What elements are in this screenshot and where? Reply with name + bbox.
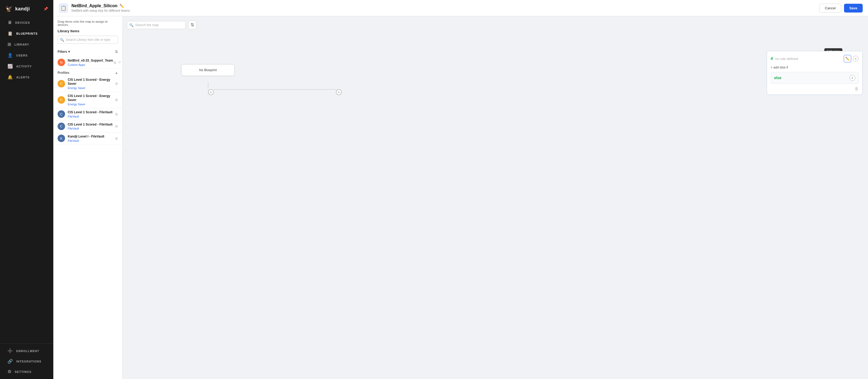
list-item[interactable]: N NetBird_v0.33_Support_Team Custom Apps… <box>53 57 122 69</box>
sidebar-item-activity[interactable]: 📈 ACTIVITY <box>2 61 51 71</box>
item-icon: C <box>58 123 65 130</box>
item-name: CIS Level 1 Scored - FileVault <box>68 110 113 115</box>
devices-icon: 🖥 <box>7 20 12 25</box>
canvas-area: 🔍 ⇅ his Blueprint + + Edit rules <box>123 16 868 379</box>
item-type: FileVault <box>68 127 113 130</box>
item-icon: N <box>58 59 65 66</box>
sidebar-item-label: USERS <box>16 54 28 57</box>
rules-panel: If no rule defined ✏️ + + add else if el… <box>767 51 863 95</box>
sidebar-logo: 🦅 kandji 📌 <box>0 0 53 17</box>
delete-rule-button[interactable]: 🗑 <box>855 86 859 91</box>
item-icon: C <box>58 80 65 87</box>
library-list: N NetBird_v0.33_Support_Team Custom Apps… <box>53 56 122 146</box>
filters-row: Filters ▾ ⇅ <box>53 49 122 56</box>
connector-h-line <box>214 89 336 90</box>
header-actions: Cancel Save <box>819 4 863 12</box>
sidebar-item-users[interactable]: 👤 USERS <box>2 50 51 61</box>
list-item[interactable]: C CIS Level 1 Scored - Energy Saver Ener… <box>53 92 122 108</box>
refresh-icon: ↺ <box>118 61 121 64</box>
edit-rule-button[interactable]: ✏️ <box>844 55 851 62</box>
pin-icon: 📌 <box>43 7 48 11</box>
library-search-input[interactable] <box>58 36 118 44</box>
sidebar-bottom: ➕ ENROLLMENT 🔗 INTEGRATIONS ⚙ SETTINGS <box>0 343 53 379</box>
item-name: CIS Level 1 Scored - Energy Saver <box>68 78 115 86</box>
item-type: FileVault <box>68 139 104 142</box>
sidebar-item-blueprints[interactable]: 📋 BLUEPRINTS <box>2 28 51 39</box>
blueprint-node: his Blueprint <box>181 64 235 76</box>
integrations-icon: 🔗 <box>7 359 13 364</box>
left-panel-header: Drag items onto the map to assign to dev… <box>53 16 122 49</box>
sidebar-nav: 🖥 DEVICES 📋 BLUEPRINTS ⊞ LIBRARY 👤 USERS… <box>0 17 53 343</box>
blueprint-icon-box: 📋 <box>59 3 68 13</box>
content-area: Drag items onto the map to assign to dev… <box>53 16 868 379</box>
library-search-box: 🔍 <box>58 36 118 44</box>
item-name: Kandji Level I - FileVault <box>68 135 104 139</box>
collapse-profiles-icon[interactable]: ▲ <box>115 71 118 75</box>
monitor-icon: 🖥 <box>115 136 118 140</box>
list-item[interactable]: C CIS Level 1 Scored - Energy Saver Ener… <box>53 76 122 92</box>
list-item[interactable]: K Kandji Level I - FileVault FileVault 🖥 <box>53 132 122 145</box>
monitor-icon: 🖥 <box>115 112 118 116</box>
monitor-icon: 🖥 <box>115 82 118 86</box>
list-item[interactable]: C CIS Level 1 Scored - FileVault FileVau… <box>53 108 122 121</box>
canvas-sort-icon[interactable]: ⇅ <box>188 21 196 29</box>
sidebar-item-library[interactable]: ⊞ LIBRARY <box>2 39 51 50</box>
library-icon: ⊞ <box>7 42 11 47</box>
sidebar-item-label: ENROLLMENT <box>16 349 39 353</box>
sidebar-item-enrollment[interactable]: ➕ ENROLLMENT <box>2 346 51 356</box>
sidebar-item-integrations[interactable]: 🔗 INTEGRATIONS <box>2 356 51 367</box>
sidebar-item-label: LIBRARY <box>14 43 29 46</box>
edit-title-icon[interactable]: ✏️ <box>119 4 124 8</box>
kandji-logo-text: kandji <box>15 6 30 12</box>
drag-hint: Drag items onto the map to assign to dev… <box>58 20 118 26</box>
sidebar-item-label: INTEGRATIONS <box>16 360 41 363</box>
save-button[interactable]: Save <box>844 4 863 12</box>
sidebar-item-devices[interactable]: 🖥 DEVICES <box>2 18 51 28</box>
activity-icon: 📈 <box>7 64 13 69</box>
rule-if-row: If no rule defined ✏️ + <box>771 55 859 62</box>
monitor-icon: 🖥 <box>115 98 118 102</box>
item-icon: C <box>58 110 65 118</box>
cancel-button[interactable]: Cancel <box>819 4 841 12</box>
left-panel: Drag items onto the map to assign to dev… <box>53 16 123 379</box>
main-area: 📋 NetBird_Apple_Silicon ✏️ NetBird with … <box>53 0 868 379</box>
library-title: Library Items <box>58 29 118 33</box>
library-search-icon: 🔍 <box>60 38 64 42</box>
profiles-label: Profiles <box>58 71 69 75</box>
filters-button[interactable]: Filters ▾ <box>58 50 70 54</box>
add-rule-button[interactable]: + <box>853 56 859 62</box>
item-icon: C <box>58 96 65 104</box>
item-icon: K <box>58 135 65 142</box>
no-rule-text: no rule defined <box>775 57 798 61</box>
sidebar-item-label: ACTIVITY <box>16 65 32 68</box>
else-keyword: else <box>774 76 781 80</box>
add-else-button[interactable]: + <box>849 75 855 81</box>
monitor-icon: 🖥 <box>113 61 117 64</box>
blueprint-node-text: his Blueprint <box>199 68 217 72</box>
canvas-search-input[interactable] <box>127 21 186 29</box>
add-else-if-button[interactable]: + add else if <box>771 66 859 69</box>
if-keyword: If <box>771 57 773 61</box>
sort-icon[interactable]: ⇅ <box>115 50 118 54</box>
item-name: NetBird_v0.33_Support_Team <box>68 59 113 63</box>
header: 📋 NetBird_Apple_Silicon ✏️ NetBird with … <box>53 0 868 16</box>
sidebar-item-label: ALERTS <box>16 76 30 79</box>
settings-icon: ⚙ <box>7 369 11 374</box>
item-type: FileVault <box>68 115 113 118</box>
list-item[interactable]: C CIS Level 1 Scored - FileVault FileVau… <box>53 121 122 133</box>
item-type: Energy Saver <box>68 86 115 90</box>
item-type: Energy Saver <box>68 103 115 106</box>
item-type: Custom Apps <box>68 63 113 66</box>
rule-else-row: else + <box>771 72 859 84</box>
sidebar-item-settings[interactable]: ⚙ SETTINGS <box>2 367 51 377</box>
blueprints-icon: 📋 <box>7 31 13 36</box>
item-name: CIS Level 1 Scored - Energy Saver <box>68 94 115 102</box>
plus-connector-node[interactable]: + <box>208 89 214 95</box>
canvas-search-bar: 🔍 ⇅ <box>127 21 196 29</box>
header-title: NetBird_Apple_Silicon ✏️ <box>71 3 130 8</box>
sidebar-item-label: DEVICES <box>15 21 30 24</box>
item-name: CIS Level 1 Scored - FileVault <box>68 123 113 127</box>
sidebar-item-label: SETTINGS <box>15 370 31 373</box>
plus-connector-end[interactable]: + <box>336 89 342 95</box>
sidebar-item-alerts[interactable]: 🔔 ALERTS <box>2 72 51 82</box>
